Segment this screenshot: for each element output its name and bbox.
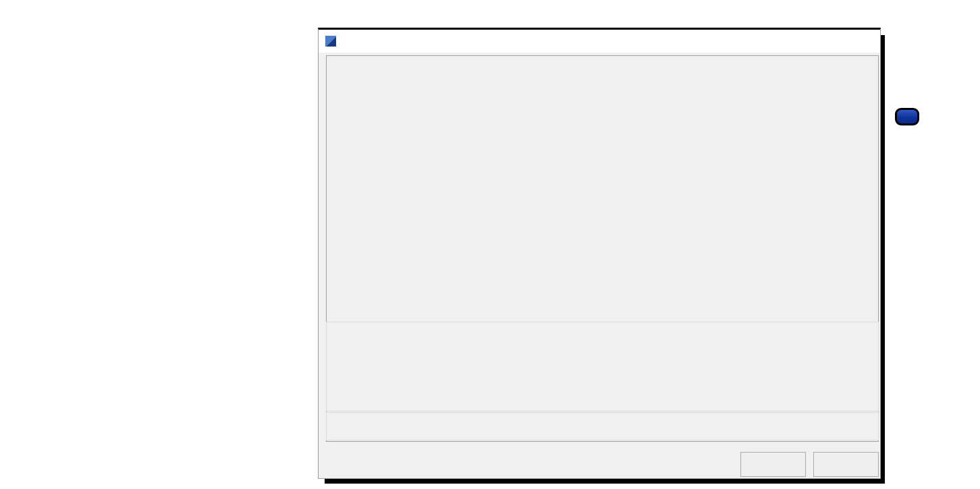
voltar-button[interactable] bbox=[740, 452, 806, 477]
screenshot-stage bbox=[0, 0, 980, 489]
close-icon[interactable] bbox=[863, 40, 873, 42]
callout-badge bbox=[895, 108, 919, 125]
app-icon bbox=[325, 36, 336, 47]
callout-5 bbox=[895, 108, 925, 125]
avancar-button[interactable] bbox=[813, 452, 879, 477]
group-homologacao bbox=[326, 412, 879, 440]
title-bar bbox=[319, 30, 880, 53]
dialog-window bbox=[318, 28, 881, 479]
group-comunicacao bbox=[326, 322, 879, 411]
